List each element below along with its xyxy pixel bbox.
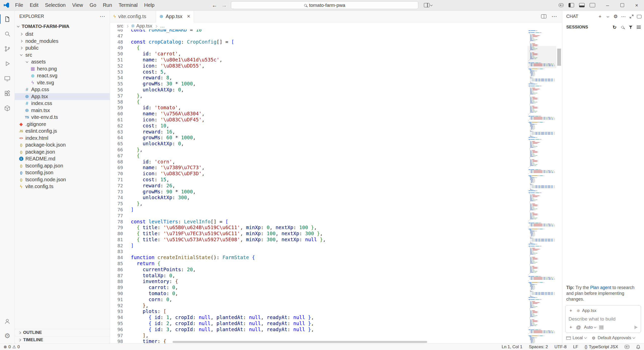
add-context-icon[interactable]: + <box>569 308 573 313</box>
code-line-83[interactable]: 83 <box>110 249 528 255</box>
tree-file-App.css[interactable]: #App.css <box>15 86 110 93</box>
minimize-button[interactable]: – <box>600 0 615 10</box>
tree-root-folder[interactable]: TOMATO-FARM-PWA <box>15 22 110 31</box>
code-line-97[interactable]: 97 ], <box>110 333 528 339</box>
code-line-95[interactable]: 95 { id: 2, cropId: null, plantedAt: nul… <box>110 321 528 327</box>
menu-selection[interactable]: Selection <box>42 2 69 8</box>
expand-icon[interactable] <box>629 14 634 19</box>
code-line-90[interactable]: 90 tomato: 0, <box>110 291 528 297</box>
chat-input[interactable]: Describe what to build <box>569 316 638 322</box>
tree-file-package.json[interactable]: {}package.json <box>15 149 110 156</box>
search-icon[interactable] <box>620 26 625 28</box>
menu-run[interactable]: Run <box>100 2 115 8</box>
code-line-79[interactable]: 79 { title: '\u65B0\u624B\u519C\u6C11', … <box>110 225 528 231</box>
status-encoding[interactable]: UTF-8 <box>554 344 567 349</box>
settings-gear-icon[interactable]: ⚙ <box>0 329 15 343</box>
toggle-secondary-sidebar-icon[interactable] <box>590 3 595 7</box>
status-eol[interactable]: LF <box>573 344 578 349</box>
tree-folder-node_modules[interactable]: node_modules <box>15 38 110 45</box>
code-line-87[interactable]: 87 totalXp: 0, <box>110 273 528 279</box>
code-line-62[interactable]: 62 cost: 10, <box>110 123 528 129</box>
tree-folder-public[interactable]: public <box>15 45 110 52</box>
tree-file-react.svg[interactable]: ⊛react.svg <box>15 72 110 79</box>
code-line-54[interactable]: 54 reward: 8, <box>110 75 528 81</box>
code-line-84[interactable]: 84function createInitialState(): FarmSta… <box>110 255 528 261</box>
environment-picker[interactable]: Local <box>566 335 586 340</box>
gear-icon[interactable]: ⚙ <box>613 14 618 19</box>
more-actions-icon[interactable]: ⋯ <box>551 13 557 20</box>
breadcrumb-item-App.tsx[interactable]: ⊛App.tsx <box>131 23 152 29</box>
tree-file-index.html[interactable]: <>index.html <box>15 135 110 142</box>
new-chat-icon[interactable]: + <box>598 14 602 19</box>
code-line-47[interactable]: 47 <box>110 33 528 39</box>
code-line-86[interactable]: 86 currentPoints: 20, <box>110 267 528 273</box>
scrollbar-thumb[interactable] <box>173 341 427 343</box>
back-icon[interactable]: ← <box>212 2 217 9</box>
code-line-73[interactable]: 73 growMs: 90 * 1000, <box>110 189 528 195</box>
code-line-67[interactable]: 67 { <box>110 153 528 159</box>
account-icon[interactable] <box>0 314 15 329</box>
menu-edit[interactable]: Edit <box>26 2 42 8</box>
code-line-68[interactable]: 68 id: 'corn', <box>110 159 528 165</box>
refresh-icon[interactable]: ↻ <box>612 24 617 30</box>
code-line-80[interactable]: 80 { title: '\u719F\u7EC3\u519C\u6C11', … <box>110 231 528 237</box>
toggle-sidebar-icon[interactable] <box>569 3 574 7</box>
code-line-81[interactable]: 81 { title: '\u519C\u573A\u5927\u5E08', … <box>110 237 528 243</box>
timeline-section[interactable]: TIMELINE <box>15 336 110 343</box>
horizontal-scrollbar[interactable] <box>131 340 527 343</box>
remote-explorer-icon[interactable] <box>0 71 15 86</box>
plan-agent-link[interactable]: Plan agent <box>590 285 611 290</box>
tab-App.tsx[interactable]: ⊛App.tsx× <box>156 11 194 22</box>
code-line-63[interactable]: 63 reward: 16, <box>110 129 528 135</box>
filter-icon[interactable] <box>628 26 633 29</box>
extensions-icon[interactable] <box>0 86 15 101</box>
menu-go[interactable]: Go <box>86 2 100 8</box>
maximize-button[interactable] <box>615 0 629 10</box>
context-file-chip[interactable]: ⊛ App.tsx <box>576 308 596 313</box>
copilot-icon[interactable] <box>559 3 564 7</box>
code-line-51[interactable]: 51 name: '\u80e1\u841d\u535c', <box>110 57 528 63</box>
forward-icon[interactable]: → <box>221 2 227 9</box>
code-line-91[interactable]: 91 corn: 0, <box>110 297 528 303</box>
menu-terminal[interactable]: Terminal <box>115 2 141 8</box>
tree-folder-src[interactable]: src <box>15 52 110 59</box>
menu-view[interactable]: View <box>69 2 86 8</box>
tree-file-package-lock.json[interactable]: {}package-lock.json <box>15 142 110 149</box>
code-line-58[interactable]: 58 { <box>110 99 528 105</box>
code-line-92[interactable]: 92 }, <box>110 303 528 309</box>
code-line-59[interactable]: 59 id: 'tomato', <box>110 105 528 111</box>
code-line-56[interactable]: 56 unlockAtXp: 0, <box>110 87 528 93</box>
scrollbar-thumb[interactable] <box>557 49 561 66</box>
tree-file-App.tsx[interactable]: ⊛App.tsx <box>15 93 110 100</box>
outline-section[interactable]: OUTLINE <box>15 329 110 336</box>
send-icon[interactable] <box>634 326 638 329</box>
code-line-88[interactable]: 88 inventory: { <box>110 278 528 285</box>
status-language-mode[interactable]: {}TypeScript JSX <box>585 344 618 349</box>
code-line-66[interactable]: 66 }, <box>110 147 528 153</box>
tree-folder-dist[interactable]: dist <box>15 31 110 38</box>
close-button[interactable]: × <box>629 0 644 10</box>
menu-help[interactable]: Help <box>141 2 158 8</box>
code-line-46[interactable]: 46const FURROW_REWARD = 10 <box>110 29 528 33</box>
status-notifications[interactable] <box>636 345 640 349</box>
code-line-65[interactable]: 65 unlockAtXp: 0, <box>110 141 528 147</box>
code-line-70[interactable]: 70 icon: '\uD83C\uDF3D', <box>110 171 528 177</box>
close-secondary-sidebar-icon[interactable] <box>637 15 641 18</box>
tree-file-README.md[interactable]: iREADME.md <box>15 155 110 162</box>
code-line-93[interactable]: 93 plots: [ <box>110 308 528 314</box>
breadcrumb-item-…[interactable]: … <box>160 23 165 29</box>
breadcrumb-item-src[interactable]: src <box>117 23 123 29</box>
code-line-49[interactable]: 49 { <box>110 45 528 51</box>
chevron-down-icon[interactable] <box>606 16 610 17</box>
code-line-74[interactable]: 74 unlockAtXp: 300, <box>110 195 528 201</box>
search-input[interactable]: tomato-farm-pwa <box>231 1 418 9</box>
code-line-60[interactable]: 60 name: '\u756A\u8304', <box>110 111 528 117</box>
code-line-48[interactable]: 48const cropCatalog: CropConfig[] = [ <box>110 39 528 45</box>
code-line-82[interactable]: 82] <box>110 243 528 249</box>
code-line-57[interactable]: 57 }, <box>110 93 528 99</box>
code-line-61[interactable]: 61 icon: '\uD83C\uDF45', <box>110 117 528 123</box>
model-picker[interactable]: Auto <box>584 325 596 330</box>
more-actions-icon[interactable]: ⋯ <box>621 14 626 19</box>
tree-file-vite.svg[interactable]: ϟvite.svg <box>15 79 110 86</box>
close-icon[interactable]: × <box>187 14 190 19</box>
